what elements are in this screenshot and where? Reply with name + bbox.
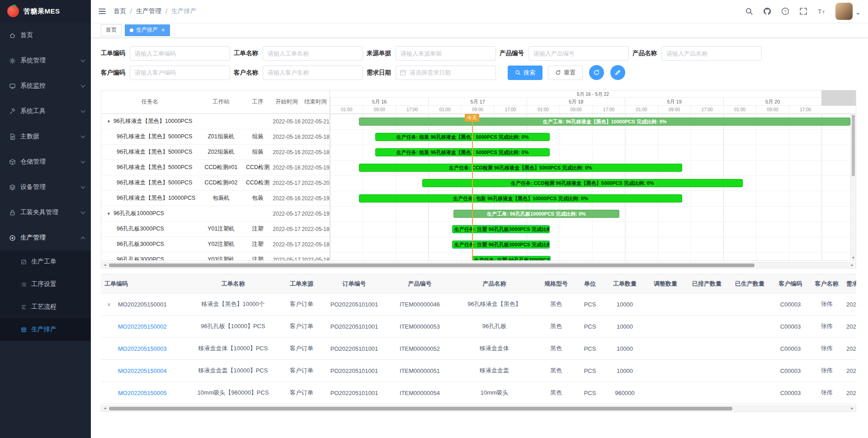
gantt-bar-task[interactable]: 生产任务: CCD检测 96孔移液盒【黑色】5000PCS 完成比例: 0%: [422, 179, 743, 187]
table-row[interactable]: MO202205150004 移液盒盒盖【10000】PCS客户订单PO2022…: [101, 360, 856, 382]
gantt-bar-task[interactable]: 生产任务: 组装 96孔移液盒【黑色】5000PCS 完成比例: 0%: [375, 133, 550, 141]
tab-home[interactable]: 首页: [101, 24, 122, 36]
gantt-vertical-scrollbar[interactable]: ▼: [850, 114, 856, 260]
scroll-left-arrow-icon[interactable]: ◄: [103, 264, 107, 267]
process: 组装: [244, 133, 272, 141]
scroll-right-arrow-icon[interactable]: ►: [850, 264, 854, 267]
gantt-bar-task[interactable]: 生产任务: 包装 96孔移液盒【黑色】10000PCS 完成比例: 0%: [359, 194, 682, 203]
source-doc-input[interactable]: [396, 46, 496, 61]
expand-chevron-icon[interactable]: ∨: [107, 301, 111, 307]
gantt-bar-task[interactable]: 生产任务: 组装 96孔移液盒【黑色】5000PCS 完成比例: 0%: [375, 148, 550, 156]
caret-down-icon[interactable]: [856, 13, 860, 17]
gantt-task-row[interactable]: 96孔孔板3000PCSY02注塑机注塑2022-05-172022-05-18: [101, 237, 330, 252]
calendar-icon: [400, 69, 406, 76]
customer-name-input[interactable]: [263, 66, 363, 80]
collapse-icon[interactable]: ▼: [107, 119, 111, 124]
scroll-down-arrow-icon[interactable]: ▼: [851, 256, 856, 260]
breadcrumb-home[interactable]: 首页: [113, 7, 126, 15]
day-label: 5月 20: [723, 98, 821, 105]
sidebar-item-master-data[interactable]: 主数据: [0, 124, 91, 149]
station: CCD检测#01: [198, 164, 244, 171]
customer-code-input[interactable]: [130, 66, 230, 80]
sidebar-item-process-settings[interactable]: 工序设置: [0, 273, 91, 296]
gantt-bar-task[interactable]: 生产任务: 注塑 96孔孔板3000PCS 完成比例: 0%: [452, 240, 550, 249]
workorder-link[interactable]: MO202205150001: [118, 301, 167, 308]
app-logo[interactable]: 苦糖果MES: [0, 0, 91, 23]
field-label: 需求日期: [367, 69, 396, 77]
product-name-input[interactable]: [661, 46, 762, 61]
table-row[interactable]: MO202205150005 10mm吸头【960000】PCS客户订单PO20…: [101, 382, 856, 404]
gantt-bar-workorder[interactable]: 生产工单: 96孔孔板10000PCS 完成比例: 0%: [453, 210, 619, 218]
scrollbar-thumb[interactable]: [109, 407, 732, 410]
gantt-bar-task[interactable]: 生产任务: 注塑 96孔孔板3000PCS 完成比例: 0%: [452, 225, 550, 233]
workorder-link[interactable]: MO202205150005: [118, 390, 167, 396]
edit-schedule-button[interactable]: [610, 65, 625, 80]
sidebar-item-fixture[interactable]: 工装夹具管理: [0, 200, 91, 225]
github-icon[interactable]: [763, 7, 771, 15]
table-row[interactable]: MO202205150003 移液盒盒体【10000】PCS客户订单PO2022…: [101, 338, 856, 360]
scroll-left-arrow-icon[interactable]: ◄: [103, 407, 107, 410]
workorder-code-input[interactable]: [130, 46, 230, 61]
workorder-name-input[interactable]: [263, 46, 363, 61]
tab-production-scheduling[interactable]: 生产排产×: [125, 24, 170, 36]
sidebar-item-production[interactable]: 生产管理: [0, 225, 91, 250]
reset-button[interactable]: 重置: [548, 66, 583, 80]
hamburger-icon[interactable]: [98, 7, 106, 15]
column-header: 产品编号: [387, 274, 453, 293]
sidebar-item-scheduling[interactable]: 生产排产: [0, 318, 91, 341]
search-icon[interactable]: [745, 7, 753, 15]
gantt-task-row[interactable]: 96孔移液盒【黑色】5000PCSZ02组装机组装2022-05-162022-…: [101, 145, 330, 160]
workorder-link[interactable]: MO202205150002: [118, 323, 167, 330]
gantt-horizontal-scrollbar[interactable]: ◄►: [101, 262, 856, 268]
layers-icon: [9, 184, 16, 191]
collapse-icon[interactable]: ▼: [107, 212, 111, 216]
sidebar-item-system-monitor[interactable]: 系统监控: [0, 73, 91, 99]
workorder-link[interactable]: MO202205150003: [118, 345, 167, 352]
gantt-task-row[interactable]: 96孔移液盒【黑色】10000PCS包装机包装2022-05-162022-05…: [101, 191, 330, 206]
table-row[interactable]: ∨MO202205150001 移液盒【黑色】10000个客户订单PO20220…: [101, 293, 856, 316]
table-row[interactable]: MO202205150002 96孔孔板【10000】PCS客户订单PO2022…: [101, 316, 856, 338]
breadcrumb-production[interactable]: 生产管理: [136, 7, 161, 15]
gantt-bar-task[interactable]: 生产任务: 注塑 96孔孔板3000PCS 完成比例: 0%: [472, 256, 551, 261]
gantt-task-row[interactable]: 96孔移液盒【黑色】5000PCSCCD检测#02CCD检测2022-05-17…: [101, 175, 330, 191]
product-code-input[interactable]: [528, 46, 629, 61]
gantt-task-row[interactable]: 96孔孔板3000PCSY01注塑机注塑2022-05-172022-05-18: [101, 221, 330, 237]
close-icon[interactable]: ×: [161, 27, 165, 33]
gantt-task-row[interactable]: 96孔移液盒【黑色】5000PCSZ01组装机组装2022-05-162022-…: [101, 129, 330, 145]
help-icon[interactable]: ?: [781, 7, 789, 15]
gantt-panel: 任务名 工作站 工序 开始时间 结束时间 ▼96孔移液盒【黑色】10000PCS…: [101, 90, 856, 261]
gantt-chart-body: 今天 生产工单: 96孔移液盒【黑色】10000PCS 完成比例: 0% 生产任…: [330, 114, 856, 261]
sidebar-item-warehouse[interactable]: 仓储管理: [0, 149, 91, 174]
today-line: [472, 114, 473, 261]
task-name: 96孔孔板10000PCS: [113, 210, 164, 217]
sidebar-item-system-tools[interactable]: 系统工具: [0, 99, 91, 124]
sidebar-item-system-management[interactable]: 系统管理: [0, 48, 91, 73]
sidebar-item-equipment[interactable]: 设备管理: [0, 174, 91, 200]
gantt-task-table: 任务名 工作站 工序 开始时间 结束时间 ▼96孔移液盒【黑色】10000PCS…: [101, 90, 330, 260]
demand-date-input[interactable]: [396, 66, 496, 80]
refresh-button[interactable]: [589, 65, 604, 80]
fullscreen-icon[interactable]: [799, 7, 807, 15]
sidebar-item-process-flow[interactable]: 工艺流程: [0, 296, 91, 318]
search-button[interactable]: 搜索: [508, 66, 542, 80]
sidebar-submenu: 生产工单 工序设置 工艺流程 生产排产: [0, 250, 91, 341]
user-avatar[interactable]: [835, 3, 853, 20]
gantt-table-body: ▼96孔移液盒【黑色】10000PCS2022-05-162022-05-21 …: [101, 114, 330, 261]
scrollbar-thumb[interactable]: [852, 115, 855, 176]
scroll-right-arrow-icon[interactable]: ►: [850, 407, 854, 410]
sidebar-item-work-order[interactable]: 生产工单: [0, 250, 91, 273]
gantt-task-row[interactable]: ▼96孔移液盒【黑色】10000PCS2022-05-162022-05-21: [101, 114, 330, 129]
gantt-task-row[interactable]: 96孔孔板3000PCSY03注塑机注塑2022-05-172022-05-18: [101, 252, 330, 261]
gantt-task-row[interactable]: 96孔移液盒【黑色】5000PCSCCD检测#01CCD检测2022-05-16…: [101, 160, 330, 175]
gantt-bar-task[interactable]: 生产任务: CCD检测 96孔移液盒【黑色】5000PCS 完成比例: 0%: [359, 164, 682, 172]
sidebar-item-label: 工装夹具管理: [20, 208, 77, 217]
sidebar-item-home[interactable]: 首页: [0, 23, 91, 48]
workorder-link[interactable]: MO202205150004: [118, 367, 167, 374]
workorder-table: 工单编码 工单名称 工单来源 订单编号 产品编号 产品名称 规格型号 单位 工单…: [101, 274, 856, 404]
field-label: 来源单据: [367, 49, 396, 57]
scrollbar-thumb[interactable]: [109, 264, 755, 267]
font-size-icon[interactable]: TT: [817, 7, 826, 15]
gantt-bar-workorder[interactable]: 生产工单: 96孔移液盒【黑色】10000PCS 完成比例: 0%: [359, 118, 850, 126]
gantt-task-row[interactable]: ▼96孔孔板10000PCS2022-05-172022-05-19: [101, 206, 330, 221]
table-horizontal-scrollbar[interactable]: ◄►: [101, 405, 856, 412]
